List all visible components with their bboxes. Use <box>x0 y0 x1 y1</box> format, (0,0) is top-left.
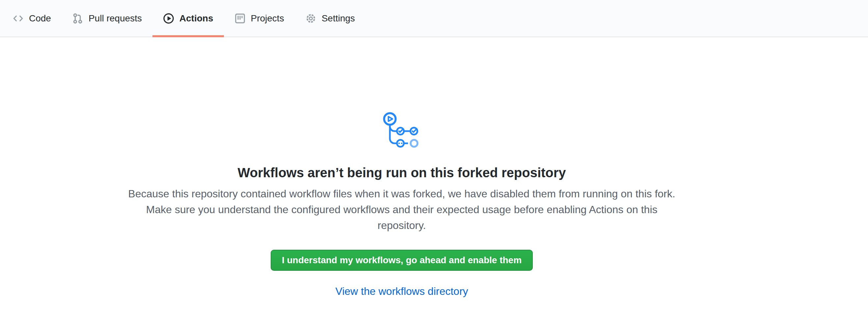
repo-tab-nav: Code Pull requests Actions <box>0 0 868 37</box>
play-circle-icon <box>163 13 174 24</box>
blankslate-description: Because this repository contained workfl… <box>122 186 682 233</box>
enable-workflows-button[interactable]: I understand my workflows, go ahead and … <box>271 250 533 271</box>
tab-label: Code <box>29 14 51 23</box>
tab-settings[interactable]: Settings <box>295 0 366 37</box>
workflow-graph-icon <box>382 111 422 148</box>
view-workflows-directory-link[interactable]: View the workflows directory <box>335 285 468 297</box>
tab-label: Projects <box>251 14 284 23</box>
tab-label: Pull requests <box>89 14 142 23</box>
actions-blankslate: Workflows aren’t being run on this forke… <box>0 37 868 297</box>
git-pull-request-icon <box>72 13 83 24</box>
tab-code[interactable]: Code <box>2 0 62 37</box>
tab-actions[interactable]: Actions <box>152 0 224 37</box>
tab-projects[interactable]: Projects <box>224 0 295 37</box>
tab-pull-requests[interactable]: Pull requests <box>62 0 152 37</box>
project-icon <box>235 13 246 24</box>
code-icon <box>12 13 24 24</box>
gear-icon <box>305 13 316 24</box>
blankslate-heading: Workflows aren’t being run on this forke… <box>0 164 803 181</box>
tab-label: Actions <box>180 14 213 23</box>
tab-label: Settings <box>322 14 355 23</box>
